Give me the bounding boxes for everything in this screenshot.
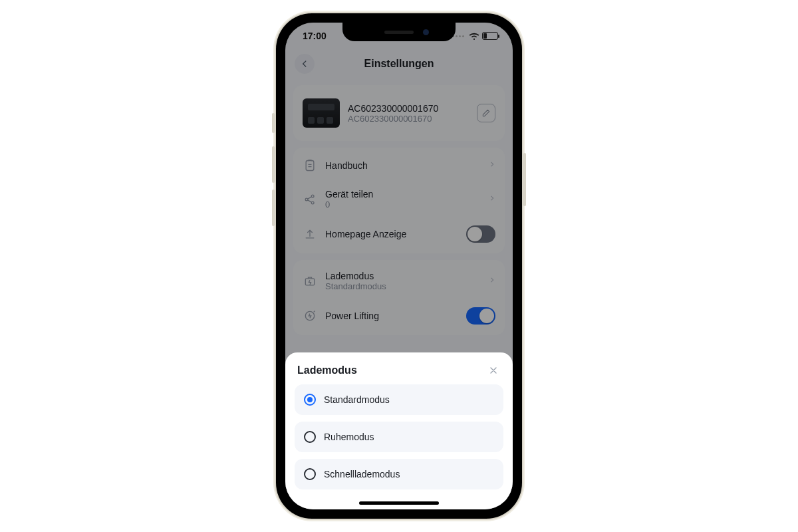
home-indicator[interactable] [359,501,439,505]
radio-selected-icon [304,394,316,406]
option-ruhemodus[interactable]: Ruhemodus [295,422,503,452]
notch [342,23,456,41]
screen: 17:00 Einstellungen [285,23,513,509]
option-label: Schnelllademodus [324,469,400,479]
option-schnelllademodus[interactable]: Schnelllademodus [295,459,503,489]
charge-mode-sheet: Lademodus Standardmodus Ruhemodus [285,352,513,509]
sheet-title: Lademodus [297,364,357,376]
radio-unselected-icon [304,431,316,443]
option-label: Ruhemodus [324,432,374,442]
option-standardmodus[interactable]: Standardmodus [295,384,503,415]
phone-frame: 17:00 Einstellungen [276,13,522,519]
close-sheet-button[interactable] [486,363,501,378]
option-label: Standardmodus [324,394,390,405]
radio-unselected-icon [304,468,316,480]
charge-mode-options: Standardmodus Ruhemodus Schnelllademodus [295,384,503,489]
